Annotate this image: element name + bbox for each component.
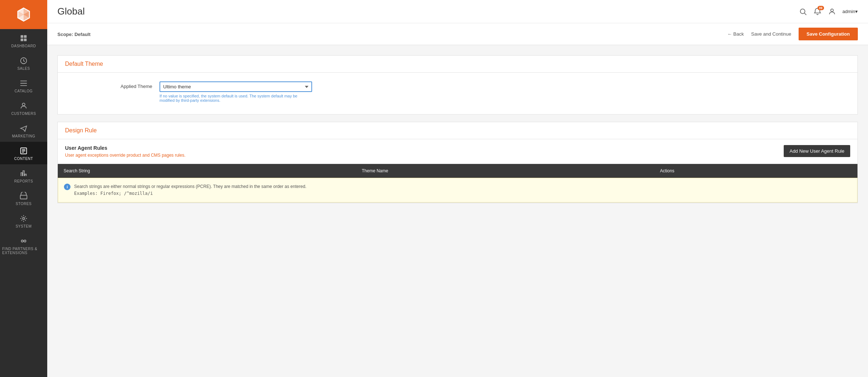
sales-icon [20,57,28,65]
sidebar-item-reports[interactable]: REPORTS [0,164,47,187]
page-title: Global [57,6,85,17]
system-icon [20,214,28,222]
notifications-button[interactable]: 39 [814,8,821,16]
customers-icon [20,102,28,110]
dashboard-icon [20,34,28,42]
info-icon: i [64,184,70,190]
scope-actions: ← Back Save and Continue Save Configurat… [727,28,858,40]
back-button[interactable]: ← Back [727,31,744,37]
svg-line-19 [804,13,806,15]
scope-label: Scope: Default [57,32,90,37]
sidebar-item-label: MARKETING [12,134,35,138]
default-theme-section: Default Theme Applied Theme Ultimo theme… [57,55,858,115]
svg-rect-8 [24,35,27,38]
col-search-string: Search String [58,164,356,178]
svg-point-15 [23,217,25,220]
search-button[interactable] [799,8,807,16]
page-body: Default Theme Applied Theme Ultimo theme… [47,45,868,377]
info-box: i Search strings are either normal strin… [58,178,857,202]
table-head: Search String Theme Name Actions [58,164,857,178]
info-cell: i Search strings are either normal strin… [58,178,857,203]
sidebar-item-label: CATALOG [15,89,33,93]
table-header-row: Search String Theme Name Actions [58,164,857,178]
scope-info: Scope: Default [57,31,90,37]
svg-rect-9 [21,39,23,41]
top-header: Global 39 admin▾ [47,0,868,23]
svg-point-16 [21,240,24,242]
user-button[interactable] [828,8,836,16]
applied-theme-select[interactable]: Ultimo theme [160,81,312,92]
col-actions: Actions [654,164,857,178]
uar-title: User Agent Rules [65,145,186,151]
admin-label[interactable]: admin▾ [843,9,858,14]
save-continue-button[interactable]: Save and Continue [751,29,791,39]
applied-theme-hint: If no value is specified, the system def… [160,94,312,103]
add-user-agent-rule-button[interactable]: Add New User Agent Rule [784,145,850,157]
user-agent-rules-table: Search String Theme Name Actions i [58,164,857,203]
sidebar-item-label: DASHBOARD [11,44,36,48]
sidebar-item-marketing[interactable]: MARKETING [0,119,47,142]
sidebar-item-label: CONTENT [14,157,33,161]
default-theme-body: Applied Theme Ultimo theme If no value i… [58,73,857,114]
content-icon [20,147,28,155]
sidebar-item-content[interactable]: CONTENT [0,142,47,164]
applied-theme-field: Ultimo theme If no value is specified, t… [160,81,312,103]
info-text: Search strings are either normal strings… [74,183,306,197]
col-theme-name: Theme Name [356,164,654,178]
svg-point-18 [800,9,805,13]
svg-point-17 [24,240,26,242]
sidebar-item-label: FIND PARTNERS & EXTENSIONS [2,247,45,255]
sidebar-item-label: SALES [17,67,30,71]
sidebar: DASHBOARD SALES CATALOG CUSTOMERS MARKET… [0,0,47,377]
svg-rect-7 [21,35,23,38]
sidebar-item-catalog[interactable]: CATALOG [0,74,47,97]
svg-rect-14 [20,195,27,199]
notification-badge: 39 [817,6,824,10]
header-actions: 39 admin▾ [799,8,858,16]
reports-icon [20,169,28,177]
sidebar-item-dashboard[interactable]: DASHBOARD [0,29,47,52]
design-rule-header: Design Rule [58,122,857,139]
design-rule-section: Design Rule User Agent Rules User agent … [57,122,858,203]
sidebar-item-label: REPORTS [14,179,33,183]
sidebar-item-label: STORES [16,202,32,206]
sidebar-logo [0,0,47,29]
sidebar-item-customers[interactable]: CUSTOMERS [0,97,47,119]
search-icon [799,8,807,16]
user-agent-rules-header: User Agent Rules User agent exceptions o… [58,139,857,164]
sidebar-item-label: CUSTOMERS [11,112,36,116]
sidebar-item-system[interactable]: SYSTEM [0,209,47,232]
sidebar-item-label: SYSTEM [16,224,32,228]
catalog-icon [20,79,28,87]
info-row: i Search strings are either normal strin… [58,178,857,203]
partners-icon [20,237,28,245]
svg-rect-10 [24,39,27,41]
save-configuration-button[interactable]: Save Configuration [799,28,858,40]
uar-subtitle: User agent exceptions override product a… [65,153,186,158]
svg-point-20 [831,9,833,11]
scope-bar: Scope: Default ← Back Save and Continue … [47,23,868,45]
magento-logo-icon [16,7,32,23]
sidebar-item-sales[interactable]: SALES [0,52,47,74]
design-rule-body: User Agent Rules User agent exceptions o… [58,139,857,203]
svg-point-12 [22,103,25,106]
default-theme-header: Default Theme [58,56,857,73]
applied-theme-label: Applied Theme [65,81,160,89]
uar-title-block: User Agent Rules User agent exceptions o… [65,145,186,158]
stores-icon [20,192,28,200]
marketing-icon [20,124,28,132]
table-body: i Search strings are either normal strin… [58,178,857,203]
user-icon [828,8,836,16]
sidebar-item-partners[interactable]: FIND PARTNERS & EXTENSIONS [0,232,47,258]
sidebar-item-stores[interactable]: STORES [0,187,47,209]
applied-theme-row: Applied Theme Ultimo theme If no value i… [65,81,850,103]
main-content: Global 39 admin▾ Scope: Default ← Back S [47,0,868,377]
